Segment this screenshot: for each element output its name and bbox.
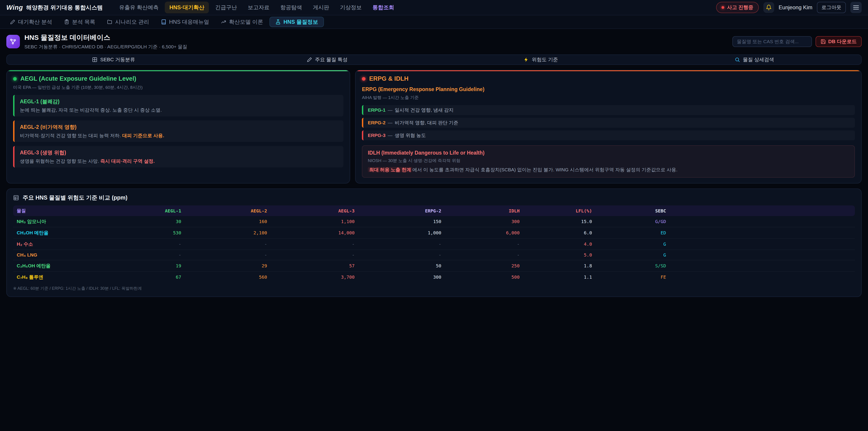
save-icon: [820, 39, 826, 44]
notifications-button[interactable]: [763, 2, 774, 13]
section-tab-label: 물질 상세검색: [743, 56, 774, 63]
book-icon: [161, 19, 166, 25]
subtab-model-theory[interactable]: 확산모델 이론: [215, 16, 269, 29]
subnav-tabs: 대기확산 분석 분석 목록 시나리오 관리 HNS 대응매뉴얼 확산모델 이론 …: [0, 16, 868, 29]
table-row-ammonia: NH₃ 암모니아 30 160 1,100 150 300 15.0 G/GD: [13, 216, 855, 227]
menu-item-hns-dispersion[interactable]: HNS·대기확산: [165, 2, 209, 13]
menu-item-integrated-search[interactable]: 통합조회: [368, 2, 399, 13]
top-navbar: Wing 해양환경 위기대응 통합시스템 유출유 확산예측 HNS·대기확산 긴…: [0, 0, 868, 16]
menu-item-weather[interactable]: 기상정보: [336, 2, 366, 13]
molecule-icon-badge: [6, 35, 20, 49]
app-viewport: Wing 해양환경 위기대응 통합시스템 유출유 확산예측 HNS·대기확산 긴…: [0, 0, 868, 431]
section-tab-sebc[interactable]: SEBC 거동분류: [7, 55, 220, 64]
idlh-title: IDLH (Immediately Dangerous to Life or H…: [368, 150, 849, 156]
menu-item-rescue[interactable]: 긴급구난: [211, 2, 241, 13]
aegl-2-desc: 비가역적·장기적 건강 영향 또는 대피 능력 저하.대피 기준으로 사용.: [20, 132, 338, 139]
col-header-lfl: LFL(%): [523, 206, 596, 216]
aegl-2-item: AEGL-2 (비가역적 영향) 비가역적·장기적 건강 영향 또는 대피 능력…: [13, 120, 343, 142]
subtab-label: HNS 물질정보: [283, 18, 318, 26]
section-tab-properties[interactable]: 주요 물질 특성: [220, 55, 434, 64]
substance-search-input[interactable]: [733, 36, 812, 47]
topbar-right: 사고 진행중 Eunjeong Kim 로그아웃: [716, 2, 862, 13]
pencil-icon: [10, 19, 16, 25]
hns-comparison-table: 물질 AEGL-1 AEGL-2 AEGL-3 ERPG-2 IDLH LFL(…: [13, 206, 855, 282]
table-title: 주요 HNS 물질별 위험도 기준 비교 (ppm): [13, 194, 855, 202]
bolt-icon: [524, 57, 529, 62]
comparison-table-card: 주요 HNS 물질별 위험도 기준 비교 (ppm) 물질 AEGL-1 AEG…: [6, 188, 862, 297]
table-row-hydrogen: H₂ 수소 - - - - - 4.0 G: [13, 238, 855, 249]
subtab-hns-substance-info[interactable]: HNS 물질정보: [270, 17, 324, 27]
incident-dot-icon: [721, 6, 724, 9]
green-status-dot-icon: [13, 77, 17, 81]
page-header: HNS 물질정보 데이터베이스 SEBC 거동분류 · CHRIS/CAMEO …: [0, 29, 868, 54]
aegl-1-desc: 눈에 띄는 불쾌감, 자극 또는 비감각적 증상. 노출 중단 시 증상 소멸.: [20, 107, 338, 113]
aegl-card-title: AEGL (Acute Exposure Guideline Level): [13, 75, 343, 82]
idlh-description: 최대 허용 노출 한계에서 이 농도를 초과하면 자급식 호흡장치(SCBA) …: [368, 166, 849, 173]
erpg-1-row: ERPG-1—일시적 건강 영향, 냄새 감지: [362, 105, 855, 115]
clipboard-icon: [64, 19, 69, 25]
grid-icon: [92, 57, 97, 62]
section-tab-detail-search[interactable]: 물질 상세검색: [648, 55, 861, 64]
header-actions: DB 다운로드: [733, 36, 862, 47]
aegl-1-name: AEGL-1 (불쾌감): [20, 98, 338, 105]
db-download-button[interactable]: DB 다운로드: [815, 36, 862, 47]
hamburger-menu-icon: [852, 4, 860, 11]
table-icon: [13, 195, 19, 201]
subtab-label: 대기확산 분석: [18, 18, 52, 26]
user-name: Eunjeong Kim: [779, 4, 812, 11]
table-row-methanol: CH₃OH 메탄올 530 2,100 14,000 1,000 6,000 6…: [13, 227, 855, 238]
idlh-box: IDLH (Immediately Dangerous to Life or H…: [362, 145, 855, 178]
subtab-dispersion-analysis[interactable]: 대기확산 분석: [4, 16, 58, 29]
section-tabs: SEBC 거동분류 주요 물질 특성 위험도 기준 물질 상세검색: [6, 55, 862, 65]
wing-logo: Wing: [6, 4, 23, 11]
col-header-substance: 물질: [13, 206, 114, 216]
table-row-toluene: C₇H₈ 톨루엔 67 560 3,700 300 500 1.1 FE: [13, 271, 855, 282]
menu-item-oil-spill[interactable]: 유출유 확산예측: [115, 2, 163, 13]
page-titles: HNS 물질정보 데이터베이스 SEBC 거동분류 · CHRIS/CAMEO …: [24, 33, 187, 50]
subtab-analysis-list[interactable]: 분석 목록: [59, 16, 101, 29]
criteria-cards-row: AEGL (Acute Exposure Guideline Level) 미국…: [6, 70, 862, 184]
subtab-hns-manual[interactable]: HNS 대응매뉴얼: [156, 16, 215, 29]
incident-label: 사고 진행중: [727, 4, 753, 11]
section-tab-risk-criteria[interactable]: 위험도 기준: [434, 55, 648, 64]
bell-icon: [766, 4, 772, 10]
search-icon: [735, 57, 740, 62]
main-content: AEGL (Acute Exposure Guideline Level) 미국…: [0, 70, 868, 297]
aegl-3-name: AEGL-3 (생명 위협): [20, 149, 338, 156]
menu-toggle-button[interactable]: [850, 2, 862, 13]
subtab-label: 시나리오 관리: [115, 18, 149, 26]
db-download-label: DB 다운로드: [828, 38, 857, 45]
table-row-ethanol: C₂H₅OH 에탄올 19 29 57 50 250 1.8 S/SD: [13, 260, 855, 271]
erpg-heading: ERPG (Emergency Response Planning Guidel…: [362, 86, 855, 92]
erpg-3-row: ERPG-3—생명 위협 농도: [362, 130, 855, 140]
menu-item-board[interactable]: 게시판: [308, 2, 334, 13]
col-header-idlh: IDLH: [445, 206, 523, 216]
pencil-icon: [307, 57, 312, 62]
col-header-aegl2: AEGL-2: [185, 206, 271, 216]
table-header-row: 물질 AEGL-1 AEGL-2 AEGL-3 ERPG-2 IDLH LFL(…: [13, 206, 855, 216]
page-title: HNS 물질정보 데이터베이스: [24, 33, 187, 42]
subtab-label: 확산모델 이론: [229, 18, 263, 26]
idlh-subtitle: NIOSH — 30분 노출 시 생명·건강에 즉각적 위험: [368, 158, 849, 164]
aegl-2-name: AEGL-2 (비가역적 영향): [20, 124, 338, 131]
logout-button[interactable]: 로그아웃: [817, 2, 846, 13]
table-row-lng: CH₄ LNG - - - - - 5.0 G: [13, 249, 855, 260]
erpg-subtitle: AIHA 발행 — 1시간 노출 기준: [362, 95, 855, 100]
subtab-scenario-management[interactable]: 시나리오 관리: [101, 16, 155, 29]
erpg-2-row: ERPG-2—비가역적 영향, 대피 판단 기준: [362, 118, 855, 128]
col-header-aegl3: AEGL-3: [271, 206, 358, 216]
menu-item-aerial-search[interactable]: 항공탐색: [276, 2, 307, 13]
menu-item-reports[interactable]: 보고자료: [243, 2, 274, 13]
incident-status-badge[interactable]: 사고 진행중: [716, 2, 758, 13]
red-status-dot-icon: [362, 77, 366, 81]
erpg-idlh-card: ERPG & IDLH ERPG (Emergency Response Pla…: [355, 70, 862, 184]
trend-chart-icon: [221, 19, 226, 25]
aegl-card: AEGL (Acute Exposure Guideline Level) 미국…: [6, 70, 350, 184]
col-header-aegl1: AEGL-1: [114, 206, 185, 216]
subtab-label: HNS 대응매뉴얼: [169, 18, 209, 26]
aegl-card-subtitle: 미국 EPA — 일반인 급성 노출 기준 (10분, 30분, 60분, 4시…: [13, 85, 343, 90]
page-subtitle: SEBC 거동분류 · CHRIS/CAMEO DB · AEGL/ERPG/I…: [24, 43, 187, 50]
flask-icon: [275, 19, 281, 25]
section-tab-label: 위험도 기준: [532, 56, 558, 63]
folder-icon: [107, 19, 112, 25]
